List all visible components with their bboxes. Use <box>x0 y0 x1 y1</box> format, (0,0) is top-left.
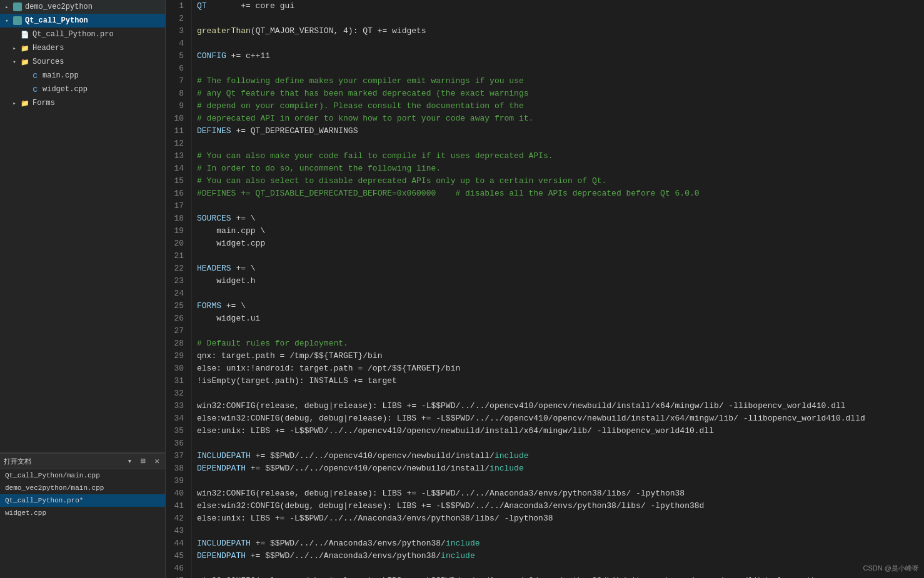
code-line-46 <box>197 562 919 575</box>
line-number-8: 8 <box>171 87 184 100</box>
line-number-24: 24 <box>171 287 184 300</box>
tree-icon-sources: 📁 <box>20 57 30 67</box>
code-container[interactable]: 1234567891011121314151617181920212223242… <box>166 0 924 578</box>
code-content[interactable]: QT += core gui greaterThan(QT_MAJOR_VERS… <box>192 0 924 578</box>
tree-label-demo_vec2python: demo_vec2python <box>25 2 93 11</box>
code-line-16: #DEFINES += QT_DISABLE_DEPRECATED_BEFORE… <box>197 187 919 200</box>
code-line-11: DEFINES += QT_DEPRECATED_WARNINGS <box>197 125 919 137</box>
panel-item[interactable]: widget.cpp <box>0 507 165 519</box>
code-line-27 <box>197 325 919 337</box>
line-number-31: 31 <box>171 375 184 387</box>
code-line-17 <box>197 200 919 212</box>
line-number-18: 18 <box>171 212 184 225</box>
panel-close-btn[interactable]: ✕ <box>153 456 161 467</box>
tree-item-demo_vec2python[interactable]: ▸demo_vec2python <box>0 0 165 14</box>
code-line-23: widget.h <box>197 275 919 287</box>
code-line-40: win32:CONFIG(release, debug|release): LI… <box>197 487 919 500</box>
code-line-19: main.cpp \ <box>197 225 919 237</box>
line-number-11: 11 <box>171 125 184 137</box>
line-number-39: 39 <box>171 475 184 487</box>
tree-icon-forms: 📁 <box>20 98 30 108</box>
tree-icon-main_cpp: C <box>30 71 40 81</box>
line-number-2: 2 <box>171 12 184 25</box>
line-number-9: 9 <box>171 100 184 112</box>
tree-item-qt_call_python_pro[interactable]: 📄Qt_call_Python.pro <box>0 27 165 41</box>
code-line-5: CONFIG += c++11 <box>197 50 919 62</box>
tree-arrow-sources: ▾ <box>10 57 19 66</box>
line-number-21: 21 <box>171 250 184 262</box>
line-number-10: 10 <box>171 112 184 125</box>
line-number-47: 47 <box>171 575 184 578</box>
tree-label-headers: Headers <box>33 44 64 52</box>
line-number-17: 17 <box>171 200 184 212</box>
panel-item[interactable]: Qt_call_Python/main.cpp <box>0 469 165 482</box>
code-line-3: greaterThan(QT_MAJOR_VERSION, 4): QT += … <box>197 25 919 37</box>
panel-item[interactable]: demo_vec2python/main.cpp <box>0 482 165 494</box>
tree-item-widget_cpp[interactable]: Cwidget.cpp <box>0 82 165 96</box>
line-number-23: 23 <box>171 275 184 287</box>
line-number-45: 45 <box>171 550 184 562</box>
code-line-37: INCLUDEPATH += $$PWD/../../opencv410/ope… <box>197 450 919 462</box>
line-number-30: 30 <box>171 362 184 375</box>
code-line-28: # Default rules for deployment. <box>197 337 919 350</box>
line-number-5: 5 <box>171 50 184 62</box>
panel-split-btn[interactable]: ⊞ <box>139 456 148 467</box>
line-number-14: 14 <box>171 162 184 175</box>
tree-label-qt_call_python_pro: Qt_call_Python.pro <box>33 30 114 39</box>
code-line-47: win32:CONFIG(release, debug|release): LI… <box>197 575 919 578</box>
line-numbers: 1234567891011121314151617181920212223242… <box>166 0 192 578</box>
code-line-24 <box>197 287 919 300</box>
code-line-10: # deprecated API in order to know how to… <box>197 112 919 125</box>
code-line-39 <box>197 475 919 487</box>
code-line-8: # any Qt feature that has been marked de… <box>197 87 919 100</box>
code-line-20: widget.cpp <box>197 237 919 250</box>
tree-arrow-qt_call_python_pro <box>10 30 19 39</box>
code-line-15: # You can also select to disable depreca… <box>197 175 919 187</box>
line-number-26: 26 <box>171 312 184 325</box>
tree-label-main_cpp: main.cpp <box>43 71 79 80</box>
code-line-2 <box>197 12 919 25</box>
code-line-38: DEPENDPATH += $$PWD/../../opencv410/open… <box>197 462 919 475</box>
line-number-12: 12 <box>171 137 184 150</box>
panel-collapse-btn[interactable]: ▾ <box>126 456 134 467</box>
panel-header: 打开文档 ▾ ⊞ ✕ <box>0 454 165 469</box>
tree-icon-headers: 📁 <box>20 43 30 53</box>
line-number-16: 16 <box>171 187 184 200</box>
tree-arrow-forms: ▸ <box>10 99 19 107</box>
line-number-7: 7 <box>171 75 184 87</box>
code-line-34: else:win32:CONFIG(debug, debug|release):… <box>197 412 919 425</box>
tree-icon-qt_call_python <box>13 16 23 26</box>
tree-item-headers[interactable]: ▸📁Headers <box>0 41 165 55</box>
tree-label-forms: Forms <box>33 99 55 107</box>
project-tree: ▸demo_vec2python▾Qt_call_Python📄Qt_call_… <box>0 0 165 452</box>
code-line-13: # You can also make your code fail to co… <box>197 150 919 162</box>
code-line-14: # In order to do so, uncomment the follo… <box>197 162 919 175</box>
line-number-34: 34 <box>171 412 184 425</box>
line-number-37: 37 <box>171 450 184 462</box>
tree-item-sources[interactable]: ▾📁Sources <box>0 55 165 69</box>
tree-item-qt_call_python[interactable]: ▾Qt_call_Python <box>0 14 165 27</box>
code-line-30: else: unix:!android: target.path = /opt/… <box>197 362 919 375</box>
code-line-29: qnx: target.path = /tmp/$${TARGET}/bin <box>197 350 919 362</box>
code-line-26: widget.ui <box>197 312 919 325</box>
line-number-44: 44 <box>171 537 184 550</box>
code-line-22: HEADERS += \ <box>197 262 919 275</box>
code-line-1: QT += core gui <box>197 0 919 12</box>
tree-label-widget_cpp: widget.cpp <box>43 85 88 94</box>
tree-arrow-demo_vec2python: ▸ <box>3 2 11 11</box>
editor-area: 1234567891011121314151617181920212223242… <box>166 0 924 578</box>
panel-item[interactable]: Qt_call_Python.pro* <box>0 494 165 507</box>
code-line-6 <box>197 62 919 75</box>
tree-icon-qt_call_python_pro: 📄 <box>20 29 30 39</box>
tree-item-main_cpp[interactable]: Cmain.cpp <box>0 69 165 82</box>
tree-arrow-widget_cpp <box>20 85 29 94</box>
open-docs-panel: 打开文档 ▾ ⊞ ✕ Qt_call_Python/main.cppdemo_v… <box>0 453 165 578</box>
code-line-4 <box>197 37 919 50</box>
code-line-7: # The following define makes your compil… <box>197 75 919 87</box>
tree-item-forms[interactable]: ▸📁Forms <box>0 96 165 110</box>
code-line-43 <box>197 525 919 537</box>
code-line-41: else:win32:CONFIG(debug, debug|release):… <box>197 500 919 512</box>
code-line-35: else:unix: LIBS += -L$$PWD/../../opencv4… <box>197 425 919 437</box>
line-number-42: 42 <box>171 512 184 525</box>
line-number-38: 38 <box>171 462 184 475</box>
